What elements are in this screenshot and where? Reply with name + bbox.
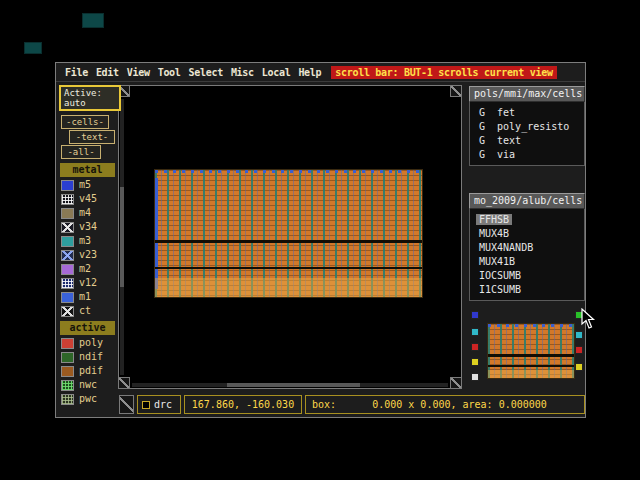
minimap-marker (471, 328, 479, 336)
scroll-corner-bottom-left[interactable] (118, 377, 130, 389)
layer-row-m1[interactable]: m1 (59, 290, 119, 304)
minimap-marker (575, 346, 583, 354)
layer-label: ct (79, 305, 91, 317)
menubar: File Edit View Tool Select Misc Local He… (56, 63, 585, 82)
active-cell-box: Active: auto (59, 85, 121, 111)
cell-list-item[interactable]: MUX4NANDB (476, 241, 584, 255)
cell-list: FFHSB MUX4B MUX4NANDB MUX41B IOCSUMB I1C… (469, 209, 585, 301)
panel-title: mo_2009/alub/cells (469, 193, 585, 209)
menu-item-view[interactable]: View (123, 67, 154, 78)
palette-button-cells[interactable]: -cells- (61, 115, 109, 129)
minimap-marker (471, 343, 479, 351)
menu-item-misc[interactable]: Misc (227, 67, 258, 78)
cell-list-item[interactable]: MUX41B (476, 255, 584, 269)
minimap-marker (471, 358, 479, 366)
layer-row-v34[interactable]: v34 (59, 220, 119, 234)
layer-row-m5[interactable]: m5 (59, 178, 119, 192)
layer-palette: Active: auto -cells- -text- -all- metal … (59, 85, 123, 406)
cell-list-item[interactable]: FFHSB (476, 213, 584, 227)
chip-layout[interactable] (154, 169, 423, 298)
cell-list-item[interactable]: I1CSUMB (476, 283, 584, 297)
cell-list-item[interactable]: G fet (476, 106, 584, 120)
layer-row-v12[interactable]: v12 (59, 276, 119, 290)
cell-list-item[interactable]: IOCSUMB (476, 269, 584, 283)
cell-panel-design: mo_2009/alub/cells FFHSB MUX4B MUX4NANDB… (469, 193, 585, 301)
chip-row-gap (155, 267, 422, 269)
cell-list-item[interactable]: G poly_resisto (476, 120, 584, 134)
layer-row-v23[interactable]: v23 (59, 248, 119, 262)
layer-label: nwc (79, 379, 97, 391)
layer-label: m4 (79, 207, 91, 219)
layer-swatch-m4 (61, 208, 74, 219)
layer-label: poly (79, 337, 103, 349)
minimap-chip[interactable] (487, 323, 575, 379)
minimap-marker (471, 311, 479, 319)
layer-row-ct[interactable]: ct (59, 304, 119, 318)
palette-button-all[interactable]: -all- (61, 145, 101, 159)
layer-row-m2[interactable]: m2 (59, 262, 119, 276)
layer-row-ndif[interactable]: ndif (59, 350, 119, 364)
layer-swatch-v45 (61, 194, 74, 205)
layer-row-m3[interactable]: m3 (59, 234, 119, 248)
layer-row-nwc[interactable]: nwc (59, 378, 119, 392)
cell-list: G fet G poly_resisto G text G via (469, 102, 585, 166)
layer-swatch-m5 (61, 180, 74, 191)
minimap-marker (575, 363, 583, 371)
window-resize-corner[interactable] (119, 395, 134, 414)
coordinates-display: 167.860, -160.030 (184, 395, 302, 414)
layer-label: v45 (79, 193, 97, 205)
layer-swatch-v34 (61, 222, 74, 233)
layout-canvas[interactable] (118, 85, 462, 389)
chip-top-pins (155, 170, 422, 173)
layer-swatch-ndif (61, 352, 74, 363)
palette-button-text[interactable]: -text- (69, 130, 115, 144)
layer-swatch-v23 (61, 250, 74, 261)
menu-item-tool[interactable]: Tool (154, 67, 185, 78)
vertical-scrollbar[interactable] (120, 99, 124, 375)
cell-list-item[interactable]: MUX4B (476, 227, 584, 241)
menu-item-file[interactable]: File (61, 67, 92, 78)
layer-row-m4[interactable]: m4 (59, 206, 119, 220)
chip-top-pins (488, 324, 574, 327)
minimized-window-icon-2[interactable] (24, 42, 42, 54)
layer-row-v45[interactable]: v45 (59, 192, 119, 206)
statusbar: drc 167.860, -160.030 box: 0.000 x 0.000… (56, 394, 585, 416)
layer-swatch-m1 (61, 292, 74, 303)
layer-swatch-poly (61, 338, 74, 349)
layer-label: v23 (79, 249, 97, 261)
active-label: Active: (64, 88, 119, 98)
minimap-marker (471, 373, 479, 381)
layer-row-pdif[interactable]: pdif (59, 364, 119, 378)
layer-swatch-v12 (61, 278, 74, 289)
desktop: File Edit View Tool Select Misc Local He… (0, 0, 640, 480)
cell-list-item[interactable]: G text (476, 134, 584, 148)
layer-label: ndif (79, 351, 103, 363)
chip-bottom-band (488, 370, 574, 378)
menu-item-select[interactable]: Select (185, 67, 227, 78)
scroll-corner-bottom-right[interactable] (450, 377, 462, 389)
minimap[interactable] (469, 309, 585, 391)
horizontal-scroll-thumb[interactable] (227, 383, 360, 387)
menu-item-local[interactable]: Local (258, 67, 295, 78)
active-value: auto (64, 98, 119, 108)
layer-swatch-ct (61, 306, 74, 317)
horizontal-scrollbar[interactable] (132, 383, 448, 387)
layer-swatch-pdif (61, 366, 74, 377)
minimized-window-icon-1[interactable] (82, 13, 104, 28)
minimap-marker (575, 331, 583, 339)
cell-panel-library: pols/mmi/max/cells G fet G poly_resisto … (469, 86, 585, 166)
chip-row-gap (488, 354, 574, 357)
menu-item-help[interactable]: Help (294, 67, 325, 78)
scroll-corner-top-right[interactable] (450, 85, 462, 97)
chip-row-gap (488, 365, 574, 367)
status-message: scroll bar: BUT-1 scrolls current view (331, 66, 556, 79)
mouse-cursor (581, 308, 597, 330)
drc-checkbox-icon[interactable] (142, 401, 150, 409)
drc-indicator[interactable]: drc (137, 395, 181, 414)
chip-left-rail (155, 178, 158, 290)
vertical-scroll-thumb[interactable] (120, 187, 124, 286)
cell-list-item[interactable]: G via (476, 148, 584, 162)
layer-swatch-m2 (61, 264, 74, 275)
menu-item-edit[interactable]: Edit (92, 67, 123, 78)
layer-row-poly[interactable]: poly (59, 336, 119, 350)
